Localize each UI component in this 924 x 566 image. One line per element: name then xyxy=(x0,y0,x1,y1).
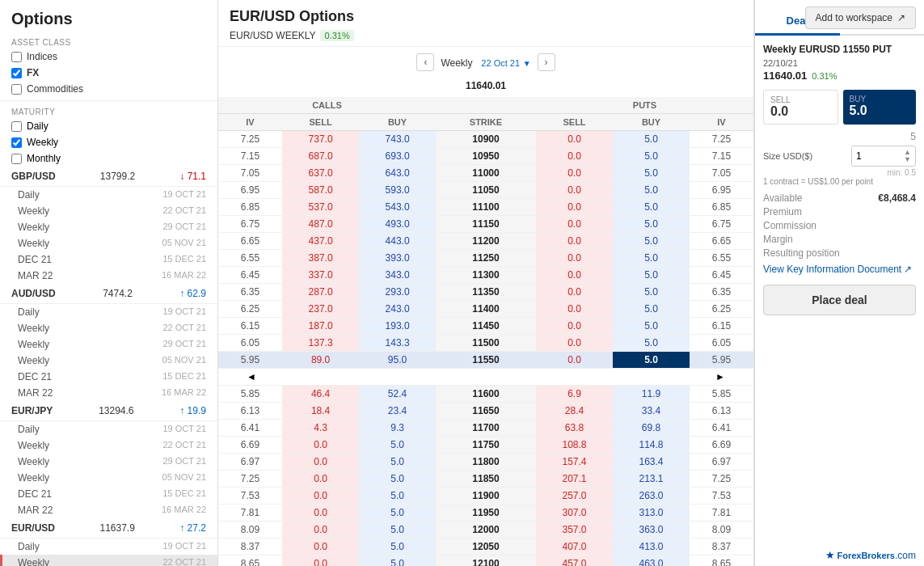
size-stepper[interactable]: ▲ ▼ xyxy=(904,149,911,163)
maturity-weekly[interactable]: Weekly xyxy=(0,134,217,150)
buy-call-cell[interactable]: 593.0 xyxy=(359,182,436,199)
buy-call-cell[interactable]: 5.0 xyxy=(359,505,436,522)
sell-call-cell[interactable]: 487.0 xyxy=(282,216,359,233)
sell-call-cell[interactable]: 437.0 xyxy=(282,233,359,250)
buy-call-cell[interactable]: 23.4 xyxy=(359,403,436,420)
monthly-checkbox[interactable] xyxy=(11,154,22,164)
fx-checkbox[interactable] xyxy=(11,68,22,78)
table-row[interactable]: 6.75 487.0 493.0 11150 0.0 5.0 6.75 xyxy=(218,216,753,233)
sell-put-cell[interactable]: 457.0 xyxy=(536,555,613,567)
sell-put-cell[interactable]: 0.0 xyxy=(536,352,613,369)
nav-dropdown-arrow[interactable]: ▼ xyxy=(523,59,531,68)
table-row[interactable]: 7.15 687.0 693.0 10950 0.0 5.0 7.15 xyxy=(218,148,753,165)
table-row[interactable]: 6.15 187.0 193.0 11450 0.0 5.0 6.15 xyxy=(218,318,753,335)
buy-call-cell[interactable]: 5.0 xyxy=(359,555,436,567)
asset-item-indices[interactable]: Indices xyxy=(0,49,217,65)
maturity-monthly[interactable]: Monthly xyxy=(0,150,217,167)
sub-row[interactable]: Weekly 05 NOV 21 xyxy=(0,353,217,369)
sub-row[interactable]: Weekly 29 OCT 21 xyxy=(0,219,217,235)
buy-call-cell[interactable]: 95.0 xyxy=(359,352,436,369)
daily-checkbox[interactable] xyxy=(11,121,22,132)
buy-put-cell[interactable]: 11.9 xyxy=(613,386,690,403)
table-row[interactable]: 7.25 0.0 5.0 11850 207.1 213.1 7.25 xyxy=(218,471,753,488)
buy-call-cell[interactable]: 443.0 xyxy=(359,233,436,250)
sell-box[interactable]: SELL 0.0 xyxy=(763,90,838,125)
table-row[interactable]: 6.45 337.0 343.0 11300 0.0 5.0 6.45 xyxy=(218,267,753,284)
buy-call-cell[interactable]: 52.4 xyxy=(359,386,436,403)
sell-call-cell[interactable]: 737.0 xyxy=(282,131,359,148)
sub-row[interactable]: Daily 19 OCT 21 xyxy=(0,304,217,320)
table-row[interactable]: 6.55 387.0 393.0 11250 0.0 5.0 6.55 xyxy=(218,250,753,267)
table-row[interactable]: 6.41 4.3 9.3 11700 63.8 69.8 6.41 xyxy=(218,420,753,437)
buy-put-cell[interactable]: 163.4 xyxy=(613,454,690,471)
buy-call-cell[interactable]: 5.0 xyxy=(359,437,436,454)
table-row[interactable]: 6.05 137.3 143.3 11500 0.0 5.0 6.05 xyxy=(218,335,753,352)
buy-call-cell[interactable]: 243.0 xyxy=(359,301,436,318)
buy-put-cell[interactable]: 5.0 xyxy=(613,233,690,250)
buy-put-cell[interactable]: 213.1 xyxy=(613,471,690,488)
buy-put-cell[interactable]: 5.0 xyxy=(613,165,690,182)
sell-put-cell[interactable]: 0.0 xyxy=(536,250,613,267)
buy-put-cell[interactable]: 363.0 xyxy=(613,522,690,539)
buy-call-cell[interactable]: 693.0 xyxy=(359,148,436,165)
sub-row[interactable]: Weekly 22 OCT 21 xyxy=(0,437,217,454)
stepper-down[interactable]: ▼ xyxy=(904,156,911,163)
table-row[interactable]: 6.97 0.0 5.0 11800 157.4 163.4 6.97 xyxy=(218,454,753,471)
sell-call-cell[interactable]: 387.0 xyxy=(282,250,359,267)
sell-put-cell[interactable]: 0.0 xyxy=(536,182,613,199)
table-row[interactable]: 8.37 0.0 5.0 12050 407.0 413.0 8.37 xyxy=(218,539,753,555)
instrument-row[interactable]: GBP/USD 13799.2 ↓ 71.1 xyxy=(0,167,217,187)
sell-put-cell[interactable]: 407.0 xyxy=(536,539,613,555)
sell-call-cell[interactable]: 0.0 xyxy=(282,522,359,539)
table-row[interactable]: 6.65 437.0 443.0 11200 0.0 5.0 6.65 xyxy=(218,233,753,250)
table-row[interactable]: 7.05 637.0 643.0 11000 0.0 5.0 7.05 xyxy=(218,165,753,182)
sell-put-cell[interactable]: 307.0 xyxy=(536,505,613,522)
sell-put-cell[interactable]: 63.8 xyxy=(536,420,613,437)
asset-item-commodities[interactable]: Commodities xyxy=(0,81,217,97)
sell-put-cell[interactable]: 0.0 xyxy=(536,284,613,301)
sell-call-cell[interactable]: 0.0 xyxy=(282,471,359,488)
nav-date[interactable]: 22 Oct 21 xyxy=(481,58,520,68)
instrument-row[interactable]: EUR/USD 11637.9 ↑ 27.2 xyxy=(0,518,217,539)
indices-checkbox[interactable] xyxy=(11,52,22,62)
table-row[interactable]: 6.85 537.0 543.0 11100 0.0 5.0 6.85 xyxy=(218,199,753,216)
prev-nav-btn[interactable]: ‹ xyxy=(416,53,434,71)
buy-call-cell[interactable]: 293.0 xyxy=(359,284,436,301)
sub-row[interactable]: Weekly 29 OCT 21 xyxy=(0,336,217,353)
sell-call-cell[interactable]: 18.4 xyxy=(282,403,359,420)
sub-row[interactable]: Weekly 05 NOV 21 xyxy=(0,470,217,486)
table-row[interactable]: 6.95 587.0 593.0 11050 0.0 5.0 6.95 xyxy=(218,182,753,199)
sell-call-cell[interactable]: 237.0 xyxy=(282,301,359,318)
buy-put-cell[interactable]: 5.0 xyxy=(613,284,690,301)
sub-row[interactable]: Daily 19 OCT 21 xyxy=(0,187,217,203)
table-row[interactable]: 6.13 18.4 23.4 11650 28.4 33.4 6.13 xyxy=(218,403,753,420)
sell-put-cell[interactable]: 157.4 xyxy=(536,454,613,471)
buy-call-cell[interactable]: 193.0 xyxy=(359,318,436,335)
buy-call-cell[interactable]: 9.3 xyxy=(359,420,436,437)
instrument-row[interactable]: EUR/JPY 13294.6 ↑ 19.9 xyxy=(0,401,217,421)
buy-put-cell[interactable]: 5.0 xyxy=(613,148,690,165)
sell-call-cell[interactable]: 287.0 xyxy=(282,284,359,301)
sell-call-cell[interactable]: 0.0 xyxy=(282,454,359,471)
sell-call-cell[interactable]: 0.0 xyxy=(282,539,359,555)
sell-call-cell[interactable]: 46.4 xyxy=(282,386,359,403)
sell-call-cell[interactable]: 4.3 xyxy=(282,420,359,437)
sub-row[interactable]: Weekly 05 NOV 21 xyxy=(0,235,217,251)
options-table-container[interactable]: CALLS PUTS IV SELL BUY STRIKE SELL BUY I… xyxy=(218,97,753,566)
sub-row[interactable]: DEC 21 15 DEC 21 xyxy=(0,369,217,385)
buy-put-cell[interactable]: 5.0 xyxy=(613,131,690,148)
buy-call-cell[interactable]: 5.0 xyxy=(359,539,436,555)
sub-row[interactable]: MAR 22 16 MAR 22 xyxy=(0,502,217,518)
sell-call-cell[interactable]: 0.0 xyxy=(282,488,359,505)
sell-put-cell[interactable]: 207.1 xyxy=(536,471,613,488)
sub-row[interactable]: Daily 19 OCT 21 xyxy=(0,539,217,555)
buy-put-cell[interactable]: 313.0 xyxy=(613,505,690,522)
asset-item-fx[interactable]: FX xyxy=(0,65,217,81)
sell-call-cell[interactable]: 89.0 xyxy=(282,352,359,369)
sub-row[interactable]: MAR 22 16 MAR 22 xyxy=(0,385,217,401)
next-nav-btn[interactable]: › xyxy=(538,53,555,71)
sell-put-cell[interactable]: 0.0 xyxy=(536,233,613,250)
sell-put-cell[interactable]: 28.4 xyxy=(536,403,613,420)
table-row[interactable]: 6.25 237.0 243.0 11400 0.0 5.0 6.25 xyxy=(218,301,753,318)
buy-call-cell[interactable]: 5.0 xyxy=(359,488,436,505)
